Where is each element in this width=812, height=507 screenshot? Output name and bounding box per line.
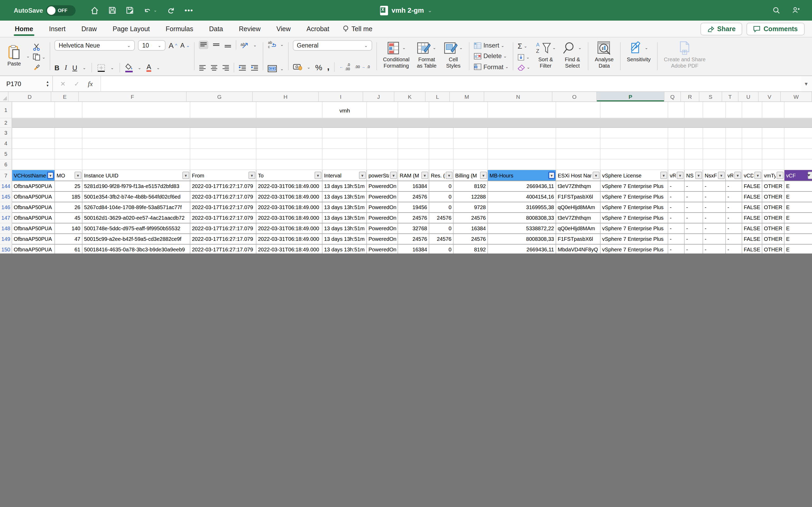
format-as-table-button[interactable]: ⌄ Format as Table — [415, 40, 439, 72]
name-box-stepper[interactable]: ▲▼ — [46, 80, 49, 87]
cell[interactable] — [83, 128, 190, 138]
cell[interactable]: t3eV7Zththqm — [556, 181, 601, 192]
cell[interactable] — [556, 138, 601, 149]
cell[interactable]: - — [726, 244, 742, 253]
cell[interactable]: 5281d190-9f28-f979-f13a-e5157d2bfd83 — [83, 181, 190, 192]
menu-tab-formulas[interactable]: Formulas — [165, 21, 194, 36]
cell[interactable] — [703, 149, 726, 160]
cell[interactable]: 2022-03-17T16:27:17.079 — [190, 223, 256, 234]
cell[interactable]: vSphere 7 Enterprise Plus — [601, 244, 668, 253]
cell[interactable]: F1FSTpasbX6l — [556, 234, 601, 244]
autosave-switch[interactable]: OFF — [46, 5, 76, 15]
cell[interactable] — [762, 160, 784, 170]
cell[interactable] — [742, 149, 762, 160]
cell[interactable] — [12, 128, 55, 138]
cell[interactable]: 0 — [429, 192, 454, 202]
cell[interactable] — [784, 149, 812, 160]
cell[interactable]: 24576 — [454, 234, 488, 244]
column-header-H[interactable]: H — [253, 92, 319, 101]
menu-tab-review[interactable]: Review — [238, 21, 262, 36]
filter-dropdown-icon[interactable]: ▼ — [660, 172, 667, 179]
cell[interactable]: - — [703, 244, 726, 253]
row-number-6[interactable]: 6 — [0, 160, 12, 170]
filter-dropdown-icon[interactable]: ▼ — [248, 172, 255, 179]
cell[interactable]: 2022-03-31T06:18:49.000 — [256, 234, 322, 244]
cell[interactable] — [488, 149, 556, 160]
insert-function-icon[interactable]: fx — [88, 79, 93, 88]
cell[interactable] — [256, 128, 322, 138]
cell[interactable]: 8008308,33 — [488, 213, 556, 223]
cell[interactable] — [55, 128, 83, 138]
column-header-N[interactable]: N — [484, 92, 552, 101]
cell[interactable]: 8192 — [454, 244, 488, 253]
cell[interactable]: vSphere 7 Enterprise Plus — [601, 223, 668, 234]
save-icon[interactable] — [109, 6, 116, 14]
cell[interactable] — [601, 149, 668, 160]
cell[interactable]: 25 — [55, 181, 83, 192]
cell[interactable] — [83, 138, 190, 149]
search-icon[interactable] — [772, 6, 780, 14]
cell[interactable]: 140 — [55, 223, 83, 234]
cell[interactable]: - — [703, 202, 726, 213]
cell[interactable] — [488, 128, 556, 138]
fill-button[interactable]: ⌄ — [517, 54, 530, 61]
column-header-S[interactable]: S — [699, 92, 722, 101]
cell[interactable] — [429, 160, 454, 170]
cell[interactable]: E — [784, 192, 812, 202]
cell[interactable]: 2022-03-31T06:18:49.000 — [256, 244, 322, 253]
cell[interactable]: 32768 — [398, 223, 429, 234]
cell[interactable] — [429, 102, 454, 118]
cell[interactable]: 13 days 13h:51m — [322, 213, 367, 223]
cell[interactable]: OTHER — [762, 213, 784, 223]
accounting-chevron-icon[interactable]: ⌄ — [307, 65, 310, 69]
cell[interactable] — [726, 138, 742, 149]
cell[interactable]: 2022-03-31T06:18:49.000 — [256, 192, 322, 202]
autosave-toggle[interactable]: AutoSave OFF — [14, 5, 76, 15]
row-number-149[interactable]: 149 — [0, 234, 12, 244]
filter-dropdown-icon[interactable]: ▼ — [47, 172, 54, 179]
cell[interactable]: 185 — [55, 192, 83, 202]
cell[interactable] — [367, 138, 398, 149]
column-header-I[interactable]: I — [319, 92, 363, 101]
cell[interactable]: 5001e354-3fb2-b74e-4b8b-564fd02cf6ed — [83, 192, 190, 202]
column-header-F[interactable]: F — [79, 92, 187, 101]
wrap-text-chevron-icon[interactable]: ⌄ — [280, 42, 284, 47]
underline-chevron-icon[interactable]: ⌄ — [83, 65, 86, 70]
column-header-M[interactable]: M — [450, 92, 484, 101]
cell[interactable]: PoweredOn — [367, 223, 398, 234]
cell[interactable]: 24576 — [429, 234, 454, 244]
row-number-4[interactable]: 4 — [0, 138, 12, 149]
filter-header-interval[interactable]: Interval▼ — [322, 170, 367, 181]
cell[interactable] — [55, 149, 83, 160]
title-chevron-icon[interactable]: ⌄ — [428, 7, 432, 13]
cell[interactable]: 8192 — [454, 181, 488, 192]
cell[interactable]: - — [684, 213, 703, 223]
filter-header-res-m[interactable]: Res. (M▼ — [429, 170, 454, 181]
cell[interactable] — [726, 118, 742, 128]
cell[interactable] — [398, 149, 429, 160]
font-color-button[interactable]: A — [146, 63, 151, 72]
cell[interactable]: qQ0eHljd8MAm — [556, 202, 601, 213]
cell[interactable] — [762, 118, 784, 128]
cell[interactable]: E — [784, 213, 812, 223]
filter-header-esxi-host-nam[interactable]: ESXi Host Nam▼ — [556, 170, 601, 181]
cell[interactable] — [684, 102, 703, 118]
undo-chevron-icon[interactable]: ⌄ — [154, 8, 157, 13]
select-all-corner[interactable] — [0, 92, 8, 101]
cell[interactable]: vSphere 7 Enterprise Plus — [601, 234, 668, 244]
cell[interactable]: 0 — [429, 202, 454, 213]
italic-button[interactable]: I — [65, 63, 67, 72]
cell[interactable]: vSphere 7 Enterprise Plus — [601, 213, 668, 223]
filter-header-from[interactable]: From▼ — [190, 170, 256, 181]
cell[interactable] — [726, 102, 742, 118]
cell[interactable] — [601, 118, 668, 128]
cell[interactable]: 45 — [55, 213, 83, 223]
cell[interactable] — [684, 118, 703, 128]
cell[interactable] — [83, 118, 190, 128]
cell[interactable] — [256, 160, 322, 170]
menu-tab-view[interactable]: View — [275, 21, 292, 36]
align-left-button[interactable] — [199, 64, 206, 71]
cell[interactable] — [703, 102, 726, 118]
cell[interactable] — [398, 102, 429, 118]
cell[interactable] — [742, 160, 762, 170]
